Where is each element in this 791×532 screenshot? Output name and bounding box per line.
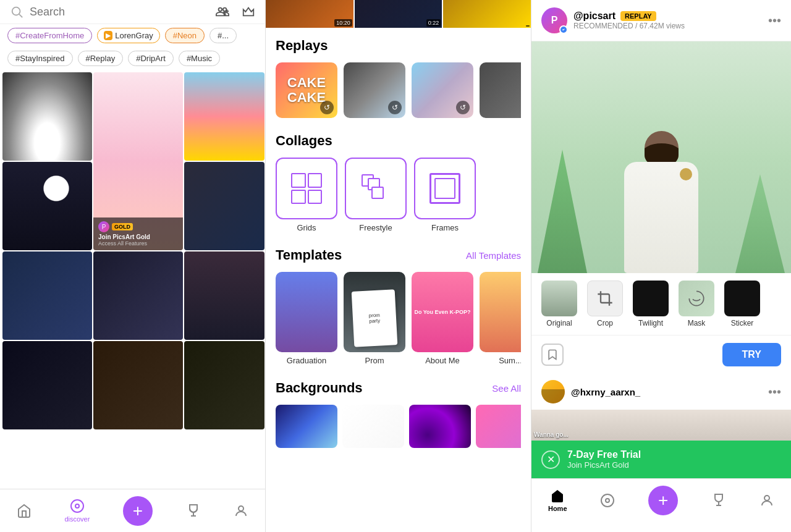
hashtag-music[interactable]: #Music — [179, 51, 220, 66]
bg-thumb-2[interactable] — [342, 405, 404, 448]
backgrounds-header: Backgrounds See All — [276, 380, 521, 396]
filter-sticker-thumb — [724, 281, 760, 316]
template-prom[interactable]: promparty Prom — [344, 272, 405, 365]
replay-woman[interactable] — [480, 62, 521, 118]
grid-cell-5[interactable] — [184, 162, 264, 250]
discover-icon — [70, 499, 85, 513]
replays-title: Replays — [276, 38, 521, 54]
top-thumb-1[interactable]: 10:20 — [266, 0, 353, 28]
see-all-link[interactable]: See All — [492, 383, 521, 394]
right-profile-icon — [759, 493, 774, 508]
hashtag-dripart[interactable]: #DripArt — [128, 51, 174, 66]
template-graduation-thumb — [276, 272, 337, 352]
promo-close-button[interactable]: ✕ — [541, 450, 560, 469]
person-head — [645, 131, 679, 165]
more-options-button[interactable]: ••• — [768, 14, 781, 28]
collage-freestyle-label: Freestyle — [359, 223, 392, 232]
recommended-text: RECOMMENDED / 67.42M views — [573, 22, 762, 30]
collage-grids[interactable]: Grids — [276, 158, 337, 232]
collage-grids-label: Grids — [297, 223, 316, 232]
left-panel: #CreateFromHome ▶ LorenGray #Neon #... #… — [0, 0, 266, 532]
nav-profile[interactable] — [234, 504, 248, 518]
replays-section: Replays CAKECAKE ↺ ↺ ↺ — [266, 28, 531, 123]
filter-twilight-label: Twilight — [638, 319, 663, 327]
template-summer[interactable]: Sum... — [480, 272, 521, 365]
replay-play-icon-3: ↺ — [456, 101, 470, 114]
grid-cell-8[interactable] — [184, 251, 264, 340]
next-user-preview[interactable]: Wanna go... — [531, 410, 791, 441]
grid-cell-10[interactable] — [93, 341, 183, 429]
freestyle-icon — [360, 173, 391, 204]
hashtag-more[interactable]: #... — [209, 28, 237, 43]
template-graduation[interactable]: Graduation — [276, 272, 337, 365]
filter-original[interactable]: Original — [536, 278, 582, 330]
right-nav-explore[interactable] — [600, 493, 615, 508]
bg-thumb-4[interactable] — [476, 405, 521, 448]
hashtag-create[interactable]: #CreateFromHome — [7, 28, 92, 43]
grid-cell-9[interactable] — [2, 341, 92, 429]
grid-cell-3[interactable] — [184, 72, 264, 161]
hashtag-neon[interactable]: #Neon — [165, 28, 205, 43]
bg-thumb-3[interactable] — [409, 405, 471, 448]
right-header: P @picsart REPLAY RECOMMENDED / 67.42M v… — [531, 0, 791, 41]
filter-crop[interactable]: Crop — [582, 278, 628, 330]
person-figure — [624, 131, 698, 273]
try-button[interactable]: TRY — [722, 343, 781, 366]
bookmark-button[interactable] — [541, 344, 564, 366]
replay-butterfly[interactable]: ↺ — [412, 62, 473, 118]
collage-grids-box — [276, 158, 337, 219]
add-user-icon[interactable] — [216, 5, 229, 19]
bg-thumb-1[interactable] — [276, 405, 337, 448]
grid-cell-2[interactable]: P GOLD Join PicsArt Gold Access All Feat… — [93, 72, 183, 250]
loren-icon: ▶ — [104, 31, 112, 40]
nav-home[interactable] — [17, 504, 32, 518]
replay-badge: REPLAY — [620, 11, 656, 21]
top-thumb-2[interactable]: 0:22 — [355, 0, 442, 28]
grid-cell-6[interactable] — [2, 251, 92, 340]
filter-strip: Original Crop Twilight Mask Sticker — [531, 273, 791, 336]
nav-add-button[interactable]: + — [123, 496, 153, 526]
search-icons — [216, 5, 255, 19]
main-image[interactable] — [531, 41, 791, 273]
avatar-letter: P — [551, 15, 558, 26]
hashtag-replay[interactable]: #Replay — [78, 51, 124, 66]
next-user-avatar — [541, 380, 565, 403]
filter-mask[interactable]: Mask — [674, 278, 719, 330]
replay-holographic[interactable]: ↺ — [344, 62, 405, 118]
next-more-options[interactable]: ••• — [768, 385, 781, 399]
right-header-info: @picsart REPLAY RECOMMENDED / 67.42M vie… — [573, 11, 762, 30]
grid-cell-7[interactable] — [93, 251, 183, 340]
filter-sticker[interactable]: Sticker — [719, 278, 765, 330]
hashtag-stay[interactable]: #StayInspired — [7, 51, 73, 66]
grid-cell-1[interactable] — [2, 72, 92, 161]
svg-point-13 — [764, 496, 769, 500]
nav-trophy[interactable] — [186, 504, 201, 518]
grid-cell-4[interactable] — [2, 162, 92, 250]
collage-frames[interactable]: Frames — [414, 158, 476, 232]
backgrounds-title: Backgrounds — [276, 380, 363, 396]
right-nav-add[interactable]: + — [648, 486, 678, 515]
all-templates-link[interactable]: All Templates — [466, 250, 521, 261]
promo-text: 7-Day Free Trial Join PicsArt Gold — [567, 449, 781, 470]
collage-frames-label: Frames — [431, 223, 459, 232]
right-nav-trophy[interactable] — [711, 493, 726, 508]
join-gold-title: Join PicsArt Gold — [98, 234, 178, 240]
collage-freestyle[interactable]: Freestyle — [345, 158, 407, 232]
template-about-me[interactable]: Do You Even K-POP? About Me — [412, 272, 473, 365]
grid-cell-11[interactable] — [184, 341, 264, 429]
right-nav-home[interactable]: Home — [548, 489, 567, 512]
search-input[interactable] — [30, 6, 209, 19]
svg-point-8 — [239, 506, 243, 511]
replay-cake[interactable]: CAKECAKE ↺ — [276, 62, 337, 118]
right-home-label: Home — [548, 505, 567, 512]
time-badge-2: 0:22 — [426, 19, 441, 27]
filter-twilight[interactable]: Twilight — [628, 278, 674, 330]
nav-discover[interactable]: discover — [64, 499, 90, 523]
crown-icon[interactable] — [242, 5, 255, 19]
top-thumb-3[interactable] — [443, 0, 531, 28]
right-nav-profile[interactable] — [759, 493, 774, 508]
next-user-row: @hxrny_aarxn_ ••• — [531, 374, 791, 410]
hashtag-loren[interactable]: ▶ LorenGray — [97, 28, 159, 43]
username: @picsart — [573, 11, 615, 22]
next-username: @hxrny_aarxn_ — [571, 387, 640, 397]
